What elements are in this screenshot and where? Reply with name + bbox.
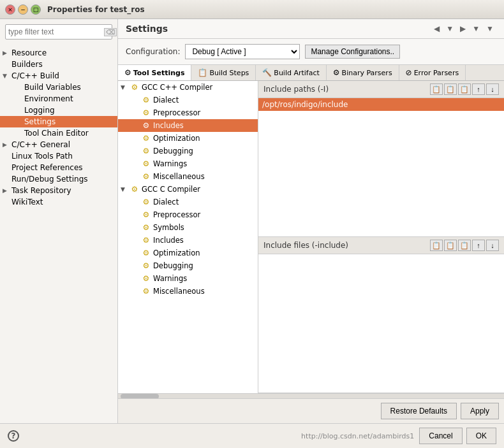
back-button[interactable]: ◀ xyxy=(431,23,442,34)
gear-icon: ⚙ xyxy=(141,274,151,283)
tool-tree: ▼ ⚙ GCC C++ Compiler ⚙ Dialect ⚙ Pre xyxy=(118,81,258,393)
binary-parsers-icon: ⚙ xyxy=(333,68,340,77)
manage-configurations-button[interactable]: Manage Configurations.. xyxy=(305,45,400,59)
include-files-add-button[interactable]: 📋 xyxy=(430,240,443,251)
tree-item-includes-cpp[interactable]: ⚙ Includes xyxy=(118,119,258,132)
include-paths-add-button[interactable]: 📋 xyxy=(430,83,443,95)
tree-item-preprocessor-c[interactable]: ⚙ Preprocessor xyxy=(118,208,258,221)
tree-item-dialect[interactable]: ⚙ Dialect xyxy=(118,94,258,106)
include-files-title: Include files (-include) xyxy=(263,241,348,250)
tree-item-label: Optimization xyxy=(153,249,200,257)
include-paths-filesystem-button[interactable]: 📋 xyxy=(458,83,471,95)
configuration-select[interactable]: Debug [ Active ] xyxy=(185,44,300,59)
tree-item-optimization-cpp[interactable]: ⚙ Optimization xyxy=(118,132,258,145)
ok-button[interactable]: OK xyxy=(466,428,496,444)
include-path-value: /opt/ros/indigo/include xyxy=(262,100,348,109)
sidebar-item-task-repository[interactable]: ▶ Task Repository xyxy=(0,185,117,196)
tab-tool-settings[interactable]: ⚙ Tool Settings xyxy=(118,65,191,81)
help-button[interactable]: ? xyxy=(8,430,19,442)
sidebar-item-resource[interactable]: ▶ Resource xyxy=(0,47,117,59)
forward-button[interactable]: ▶ xyxy=(457,23,468,34)
sidebar-item-environment[interactable]: Environment xyxy=(0,93,117,105)
include-paths-workspace-button[interactable]: 📋 xyxy=(444,83,457,95)
tab-binary-parsers-label: Binary Parsers xyxy=(342,69,392,77)
include-files-up-button[interactable]: ↑ xyxy=(472,240,485,251)
error-parsers-icon: ⊘ xyxy=(406,68,412,77)
include-files-section: Include files (-include) 📋 📋 📋 ↑ ↓ xyxy=(258,237,504,393)
sidebar-item-run-debug-settings[interactable]: Run/Debug Settings xyxy=(0,173,117,185)
tree-item-label: Optimization xyxy=(153,134,200,143)
filter-clear-button[interactable]: ⌫ xyxy=(104,28,117,36)
forward-dropdown-button[interactable]: ▼ xyxy=(470,23,482,34)
sidebar-item-builders[interactable]: Builders xyxy=(0,59,117,70)
tree-item-miscellaneous-c[interactable]: ⚙ Miscellaneous xyxy=(118,285,258,298)
tree-item-label: Miscellaneous xyxy=(153,287,205,296)
sidebar-item-label: Resource xyxy=(10,48,115,57)
gear-icon: ⚙ xyxy=(141,147,151,155)
tree-item-miscellaneous-cpp[interactable]: ⚙ Miscellaneous xyxy=(118,170,258,183)
sidebar-item-wikitext[interactable]: WikiText xyxy=(0,196,117,208)
tree-item-includes-c[interactable]: ⚙ Includes xyxy=(118,234,258,247)
tree-item-preprocessor-cpp[interactable]: ⚙ Preprocessor xyxy=(118,106,258,119)
tree-item-debugging-cpp[interactable]: ⚙ Debugging xyxy=(118,145,258,157)
tree-item-label: Preprocessor xyxy=(153,108,200,117)
include-paths-up-button[interactable]: ↑ xyxy=(472,83,485,95)
tab-binary-parsers[interactable]: ⚙ Binary Parsers xyxy=(327,65,399,80)
gear-icon: ⚙ xyxy=(141,261,151,270)
sidebar-item-settings[interactable]: Settings xyxy=(0,116,117,127)
tree-item-gcc-cpp-compiler[interactable]: ▼ ⚙ GCC C++ Compiler xyxy=(118,81,258,94)
include-paths-header: Include paths (-I) 📋 📋 📋 ↑ ↓ xyxy=(258,81,504,98)
filter-input[interactable] xyxy=(8,27,104,36)
content-area: ⌫ ▶ Resource Builders ▼ C/C++ Build xyxy=(0,19,504,423)
gear-icon: ⚙ xyxy=(141,172,151,181)
tree-item-symbols-c[interactable]: ⚙ Symbols xyxy=(118,221,258,234)
tree-item-optimization-c[interactable]: ⚙ Optimization xyxy=(118,247,258,259)
tree-item-label: Includes xyxy=(153,121,184,130)
sidebar-item-label: Project References xyxy=(10,163,115,172)
build-steps-icon: 📋 xyxy=(198,68,207,77)
sidebar-item-logging[interactable]: Logging xyxy=(0,105,117,116)
sidebar-item-linux-tools-path[interactable]: Linux Tools Path xyxy=(0,150,117,162)
gear-icon: ⚙ xyxy=(141,236,151,245)
tab-build-steps[interactable]: 📋 Build Steps xyxy=(191,65,256,80)
tab-error-parsers[interactable]: ⊘ Error Parsers xyxy=(399,65,466,80)
tree-item-label: Dialect xyxy=(153,96,179,105)
window-controls: × − □ xyxy=(5,4,41,15)
tree-item-label: Symbols xyxy=(153,223,184,232)
tree-item-debugging-c[interactable]: ⚙ Debugging xyxy=(118,259,258,272)
restore-defaults-button[interactable]: Restore Defaults xyxy=(381,403,457,419)
gear-icon: ⚙ xyxy=(141,198,151,206)
include-paths-down-button[interactable]: ↓ xyxy=(486,83,499,95)
minimize-button[interactable]: − xyxy=(18,4,28,15)
include-files-down-button[interactable]: ↓ xyxy=(486,240,499,251)
apply-button[interactable]: Apply xyxy=(461,403,499,419)
sidebar: ⌫ ▶ Resource Builders ▼ C/C++ Build xyxy=(0,19,118,423)
sidebar-item-label: Task Repository xyxy=(10,186,115,195)
filter-box[interactable]: ⌫ xyxy=(5,24,112,40)
tree-item-label: Warnings xyxy=(153,159,187,168)
include-files-filesystem-button[interactable]: 📋 xyxy=(458,240,471,251)
titlebar: × − □ Properties for test_ros xyxy=(0,0,504,19)
sidebar-item-build-variables[interactable]: Build Variables xyxy=(0,82,117,93)
include-files-workspace-button[interactable]: 📋 xyxy=(444,240,457,251)
close-button[interactable]: × xyxy=(5,4,15,15)
menu-button[interactable]: ▼ xyxy=(484,23,496,34)
include-path-item[interactable]: /opt/ros/indigo/include xyxy=(258,98,504,111)
arrow-icon: ▼ xyxy=(3,73,10,79)
include-paths-actions: 📋 📋 📋 ↑ ↓ xyxy=(430,83,499,95)
tree-item-warnings-cpp[interactable]: ⚙ Warnings xyxy=(118,157,258,170)
cancel-button[interactable]: Cancel xyxy=(419,428,462,444)
include-files-actions: 📋 📋 📋 ↑ ↓ xyxy=(430,240,499,251)
horizontal-scrollbar[interactable] xyxy=(118,393,504,398)
tree-item-warnings-c[interactable]: ⚙ Warnings xyxy=(118,272,258,285)
tree-item-dialect-c[interactable]: ⚙ Dialect xyxy=(118,196,258,208)
back-dropdown-button[interactable]: ▼ xyxy=(443,23,456,34)
tab-build-artifact[interactable]: 🔨 Build Artifact xyxy=(256,65,327,80)
sidebar-item-cpp-general[interactable]: ▶ C/C++ General xyxy=(0,139,117,150)
sidebar-item-project-references[interactable]: Project References xyxy=(0,162,117,173)
tree-item-label: GCC C++ Compiler xyxy=(142,83,212,92)
tree-item-gcc-c-compiler[interactable]: ▼ ⚙ GCC C Compiler xyxy=(118,183,258,196)
sidebar-item-tool-chain-editor[interactable]: Tool Chain Editor xyxy=(0,127,117,139)
maximize-button[interactable]: □ xyxy=(31,4,41,15)
sidebar-item-cpp-build[interactable]: ▼ C/C++ Build xyxy=(0,70,117,82)
